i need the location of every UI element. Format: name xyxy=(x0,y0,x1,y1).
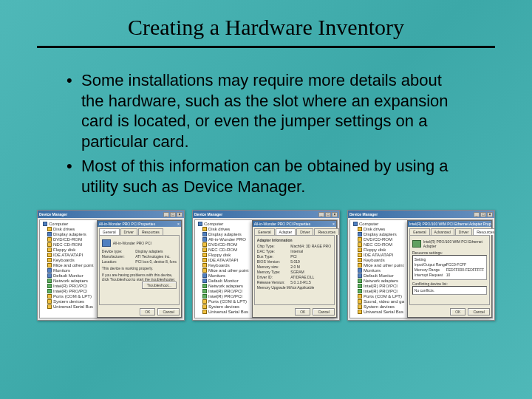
minimize-icon[interactable]: _ xyxy=(474,212,480,217)
tree-item[interactable]: Intel(R) PRO/PCI xyxy=(41,289,101,294)
tree-item[interactable]: Computer xyxy=(352,222,412,227)
close-icon[interactable]: × xyxy=(177,222,180,226)
tree-item[interactable]: Default Monitor xyxy=(197,279,256,284)
tree-item[interactable]: NEC CD-ROM xyxy=(197,248,256,253)
ok-button[interactable]: OK xyxy=(295,308,310,316)
tab-resources[interactable]: Resources xyxy=(473,228,495,235)
tree-item[interactable]: Default Monitor xyxy=(352,273,412,279)
tree-item[interactable]: Intel(R) PRO/PCI xyxy=(352,284,412,289)
tree-item-label: IDE ATA/ATAPI xyxy=(364,253,393,257)
tree-item[interactable]: Mice and other point xyxy=(352,263,412,268)
resource-listbox[interactable]: SettingInput/Output RangeFCC0-FCFFMemory… xyxy=(412,255,487,280)
close-icon[interactable]: × xyxy=(332,212,338,217)
blue-device-icon xyxy=(358,273,362,278)
tree-item[interactable]: All-in-Wonder PRO xyxy=(197,237,256,242)
minimize-icon[interactable]: _ xyxy=(318,212,324,217)
tree-item[interactable]: Disk drives xyxy=(197,227,256,232)
tab-driver[interactable]: Driver xyxy=(120,228,137,235)
tree-item[interactable]: IDE ATA/ATAPI xyxy=(197,258,256,263)
tree-item[interactable]: Keyboards xyxy=(41,258,101,263)
tree-item[interactable]: Default Monitor xyxy=(41,273,101,279)
cancel-button[interactable]: Cancel xyxy=(313,308,335,316)
tree-item[interactable]: Mice and other point xyxy=(197,268,256,273)
conflict-text: No conflicts. xyxy=(415,288,434,293)
ok-button[interactable]: OK xyxy=(450,308,466,316)
maximize-icon[interactable]: □ xyxy=(170,212,176,217)
tree-item[interactable]: IDE ATA/ATAPI xyxy=(41,253,101,258)
tree-item[interactable]: Universal Serial Bus xyxy=(41,304,101,310)
tree-item[interactable]: Ports (COM & LPT) xyxy=(197,299,256,304)
tree-item[interactable]: Floppy disk xyxy=(41,248,101,253)
tree-item[interactable]: Universal Serial Bus xyxy=(352,310,412,315)
device-tree[interactable]: ComputerDisk drivesDisplay adaptersAll-i… xyxy=(195,220,259,318)
network-adapter-icon xyxy=(412,240,421,248)
maximize-icon[interactable]: □ xyxy=(325,212,331,217)
cancel-button[interactable]: Cancel xyxy=(468,308,490,316)
dialog-title-text: All-in-Wonder PRO PCI Properties xyxy=(254,222,310,226)
tree-item[interactable]: Intel(R) PRO/PCI xyxy=(197,289,256,294)
cancel-button[interactable]: Cancel xyxy=(157,308,180,316)
tree-item[interactable]: Display adapters xyxy=(352,232,412,237)
ok-button[interactable]: OK xyxy=(140,308,155,316)
tree-item[interactable]: Display adapters xyxy=(197,232,256,237)
tree-item[interactable]: Monitors xyxy=(41,268,101,273)
tree-item[interactable]: Monitors xyxy=(352,268,412,273)
tab-general[interactable]: General xyxy=(409,228,430,235)
close-icon[interactable]: × xyxy=(487,212,493,217)
tab-general[interactable]: General xyxy=(99,228,120,235)
dialog-content: All-in-Wonder PRO PCI Device type:Displa… xyxy=(99,235,180,305)
tree-item[interactable]: Ports (COM & LPT) xyxy=(41,294,101,299)
tree-item[interactable]: Display adapters xyxy=(41,232,101,237)
tree-item[interactable]: Intel(R) PRO/PCI xyxy=(197,294,256,299)
tree-item[interactable]: Floppy disk xyxy=(197,253,256,258)
tree-item[interactable]: Network adapters xyxy=(41,279,101,284)
tab-driver[interactable]: Driver xyxy=(296,228,313,235)
tree-item[interactable]: DVD/CD-ROM xyxy=(41,237,101,242)
tree-item[interactable]: Intel(R) PRO/PCI xyxy=(352,289,412,294)
tree-item[interactable]: System devices xyxy=(352,304,412,310)
tree-item[interactable]: Computer xyxy=(197,222,256,227)
tree-item-label: NEC CD-ROM xyxy=(208,248,237,252)
tree-item[interactable]: NEC CD-ROM xyxy=(352,242,412,248)
tab-advanced[interactable]: Advanced xyxy=(431,228,454,235)
tree-item[interactable]: System devices xyxy=(41,299,101,304)
tree-item-label: Sound, video and ga xyxy=(364,299,404,304)
tab-resources[interactable]: Resources xyxy=(138,228,163,235)
tree-item[interactable]: Disk drives xyxy=(41,227,101,232)
tree-item[interactable]: NEC CD-ROM xyxy=(41,242,101,248)
tree-item[interactable]: Monitors xyxy=(197,273,256,279)
tree-item[interactable]: Disk drives xyxy=(352,227,412,232)
tree-item[interactable]: System devices xyxy=(197,304,256,310)
maximize-icon[interactable]: □ xyxy=(480,212,486,217)
device-tree[interactable]: ComputerDisk drivesDisplay adaptersDVD/C… xyxy=(350,220,414,318)
tab-driver[interactable]: Driver xyxy=(455,228,472,235)
tree-item[interactable]: Network adapters xyxy=(352,279,412,284)
tree-item-label: Universal Serial Bus xyxy=(53,304,93,309)
minimize-icon[interactable]: _ xyxy=(163,212,169,217)
tree-item[interactable]: DVD/CD-ROM xyxy=(197,242,256,248)
close-icon[interactable]: × xyxy=(332,222,335,226)
device-tree[interactable]: ComputerDisk drivesDisplay adaptersDVD/C… xyxy=(40,220,103,318)
tree-item[interactable]: Computer xyxy=(41,222,101,227)
tab-general[interactable]: General xyxy=(254,228,275,235)
tab-adapter[interactable]: Adapter xyxy=(276,228,296,235)
tree-item-label: IDE ATA/ATAPI xyxy=(53,253,83,257)
tab-resources[interactable]: Resources xyxy=(314,228,339,235)
property-key: Interrupt Request xyxy=(415,273,446,277)
property-value: FEDFF000-FEDFFFFF xyxy=(446,267,485,272)
tree-item[interactable]: Ports (COM & LPT) xyxy=(352,294,412,299)
tree-item[interactable]: IDE ATA/ATAPI xyxy=(352,253,412,258)
yellow-device-icon xyxy=(47,237,52,242)
tree-item[interactable]: Intel(R) PRO/PCI xyxy=(41,284,101,289)
tree-item[interactable]: DVD/CD-ROM xyxy=(352,237,412,242)
tree-item[interactable]: Keyboards xyxy=(197,263,256,268)
tree-item[interactable]: Keyboards xyxy=(352,258,412,263)
tree-item[interactable]: Floppy disk xyxy=(352,248,412,253)
tree-item[interactable]: Sound, video and ga xyxy=(352,299,412,304)
tree-item[interactable]: Network adapters xyxy=(197,284,256,289)
tree-item[interactable]: Mice and other point xyxy=(41,263,101,268)
troubleshoot-button[interactable]: Troubleshoot... xyxy=(142,282,177,289)
close-icon[interactable]: × xyxy=(177,212,183,217)
tree-item-label: DVD/CD-ROM xyxy=(208,242,237,247)
tree-item[interactable]: Universal Serial Bus xyxy=(197,310,256,315)
